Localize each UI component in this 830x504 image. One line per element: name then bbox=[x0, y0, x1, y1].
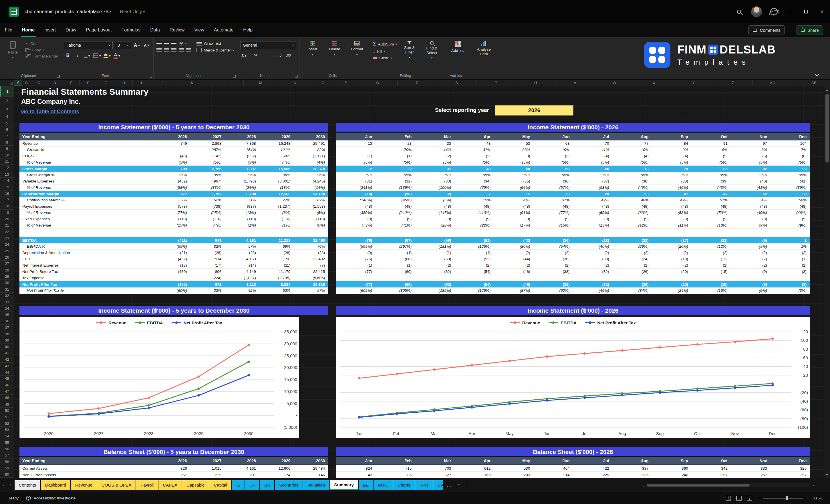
column-header-E[interactable]: E bbox=[63, 80, 79, 86]
horizontal-scroll-thumb[interactable] bbox=[647, 484, 749, 486]
cell[interactable]: (54) bbox=[454, 281, 494, 287]
cell[interactable]: 95% bbox=[156, 172, 190, 178]
row-label[interactable]: Payroll Expenses bbox=[20, 203, 156, 209]
balance-sheet-monthly-col-header[interactable]: Oct bbox=[692, 458, 731, 465]
italic-button[interactable]: I bbox=[74, 52, 81, 59]
cell[interactable]: (11) bbox=[692, 237, 731, 244]
bold-button[interactable]: B bbox=[64, 52, 71, 59]
row-header-55[interactable]: 55 bbox=[0, 439, 14, 446]
cell[interactable]: 37% bbox=[534, 197, 573, 203]
cell[interactable]: 9% bbox=[652, 147, 692, 153]
menu-tab-page-layout[interactable]: Page Layout bbox=[81, 23, 117, 37]
cell[interactable]: 15 bbox=[494, 191, 534, 197]
normal-view-icon[interactable] bbox=[726, 496, 731, 501]
sheet-tab-roic[interactable]: ROIC bbox=[374, 480, 393, 490]
cell[interactable]: (3) bbox=[770, 269, 810, 275]
cell[interactable]: (5%) bbox=[534, 159, 573, 165]
row-header-16[interactable]: 16 bbox=[0, 190, 14, 197]
cell[interactable]: 612 bbox=[454, 465, 494, 471]
cell[interactable]: (40) bbox=[156, 153, 190, 159]
cell[interactable]: (53%) bbox=[692, 210, 731, 216]
cell[interactable]: (69) bbox=[376, 281, 415, 287]
paste-button[interactable]: Paste▾ bbox=[3, 39, 23, 71]
cell[interactable]: (4%) bbox=[190, 222, 225, 228]
row-label[interactable]: COGS bbox=[20, 153, 156, 159]
cell[interactable]: 23 bbox=[534, 191, 573, 197]
cell[interactable]: 95% bbox=[613, 172, 652, 178]
cell[interactable]: (3) bbox=[770, 281, 810, 287]
cell[interactable]: (33%) bbox=[190, 185, 225, 190]
cell[interactable]: 672 bbox=[190, 281, 225, 287]
row-label[interactable]: % of Revenue bbox=[20, 159, 156, 165]
cell[interactable]: (0%) bbox=[294, 222, 328, 228]
cell[interactable]: 703 bbox=[415, 465, 454, 471]
cell[interactable]: 1,015 bbox=[190, 465, 225, 471]
row-label[interactable]: EBITDA bbox=[20, 237, 156, 244]
cell[interactable]: 2,898 bbox=[190, 140, 225, 147]
column-header-H[interactable]: H bbox=[115, 80, 133, 86]
cell[interactable]: (5%) bbox=[770, 159, 810, 165]
cell[interactable]: 1,789 bbox=[190, 191, 225, 197]
cell[interactable]: (32) bbox=[573, 281, 612, 287]
cell[interactable]: (110) bbox=[225, 216, 259, 222]
cell[interactable]: (18) bbox=[156, 262, 190, 268]
income-statement-monthly-col-header[interactable]: Feb bbox=[376, 133, 415, 140]
clear-button[interactable]: Clear▾ bbox=[373, 56, 397, 60]
cell[interactable]: (21) bbox=[156, 250, 190, 256]
balance-sheet-monthly-col-header[interactable]: Dec bbox=[770, 458, 810, 465]
cell[interactable]: 49% bbox=[652, 197, 692, 203]
cell[interactable]: (10%) bbox=[692, 222, 731, 228]
cell[interactable]: (1) bbox=[376, 262, 415, 268]
cell[interactable]: - bbox=[770, 275, 810, 281]
cell[interactable]: (4) bbox=[652, 153, 692, 159]
cell[interactable]: 333 bbox=[731, 465, 770, 471]
row-header-23[interactable]: 23 bbox=[0, 235, 14, 242]
font-name-select[interactable]: Tahoma▾ bbox=[64, 41, 113, 49]
cell[interactable]: 86 bbox=[692, 166, 731, 172]
autosum-button[interactable]: ΣAutoSum▾ bbox=[373, 41, 397, 47]
cell[interactable]: 29,484 bbox=[294, 465, 328, 471]
cell[interactable]: 5,238 bbox=[225, 191, 259, 197]
cell[interactable]: (87%) bbox=[494, 287, 534, 293]
monthly-line-chart[interactable]: RevenueEBITDANet Profit After Tax1201008… bbox=[336, 317, 810, 438]
cell[interactable]: 257 bbox=[770, 472, 810, 478]
row-header-11[interactable]: 11 bbox=[0, 158, 14, 165]
cell[interactable]: 229 bbox=[190, 472, 225, 478]
cell[interactable]: 96% bbox=[225, 172, 259, 178]
account-avatar[interactable] bbox=[751, 6, 762, 17]
cell[interactable]: 16,248 bbox=[259, 140, 294, 147]
cell[interactable]: 16,819 bbox=[294, 281, 328, 287]
cell[interactable]: (77%) bbox=[534, 210, 573, 216]
menu-tab-review[interactable]: Review bbox=[165, 23, 189, 37]
cell[interactable]: 35 bbox=[613, 191, 652, 197]
balance-sheet-annual-label-header[interactable]: Year Ending bbox=[20, 458, 156, 465]
cell[interactable]: (224) bbox=[190, 275, 225, 281]
cell[interactable]: 11,218 bbox=[259, 237, 294, 244]
cell[interactable]: 51% bbox=[692, 197, 731, 203]
cell[interactable]: (55%) bbox=[156, 244, 190, 249]
row-header-8[interactable]: 8 bbox=[0, 139, 14, 146]
cell[interactable]: 11% bbox=[573, 147, 612, 153]
cell[interactable]: (32) bbox=[573, 269, 612, 275]
column-header-AA[interactable]: AA bbox=[753, 80, 792, 86]
row-label[interactable]: Net Interest Expense bbox=[20, 262, 156, 268]
balance-sheet-monthly-title[interactable]: Balance Sheet ($'000) - 2026 bbox=[336, 447, 810, 456]
sort-filter-button[interactable]: Sort & Filter▾ bbox=[400, 39, 420, 71]
scroll-up-icon[interactable]: ▴ bbox=[826, 86, 828, 93]
cell[interactable]: (48) bbox=[415, 203, 454, 209]
align-bottom-icon[interactable] bbox=[171, 42, 177, 42]
cell[interactable]: (4) bbox=[613, 153, 652, 159]
cell[interactable]: - bbox=[156, 275, 190, 281]
sheet-tab-revenue[interactable]: Revenue bbox=[71, 480, 97, 490]
row-header-2[interactable]: 2 bbox=[0, 97, 14, 105]
cell[interactable]: (39%) bbox=[770, 185, 810, 190]
row-header-43[interactable]: 43 bbox=[0, 363, 14, 369]
fill-button[interactable]: ↓Fill▾ bbox=[373, 49, 397, 54]
vertical-scrollbar[interactable]: ▴ ▾ bbox=[824, 86, 830, 478]
income-statement-annual-label-header[interactable]: Year Ending bbox=[20, 133, 156, 140]
row-header-32[interactable]: 32 bbox=[0, 293, 14, 299]
column-header-Q[interactable]: Q bbox=[358, 80, 397, 86]
cell[interactable]: (51) bbox=[454, 237, 494, 244]
cell[interactable]: (28) bbox=[573, 237, 612, 244]
cell[interactable]: (9) bbox=[534, 216, 573, 222]
